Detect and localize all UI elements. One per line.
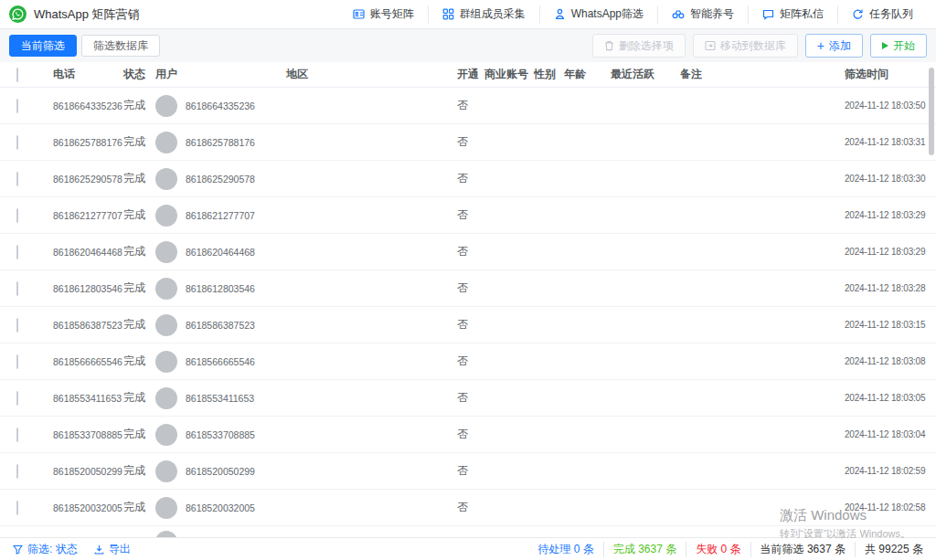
table-row[interactable]: 8618553411653 完成 8618553411653 否 2024-11… — [0, 380, 936, 417]
user-number: 8618533708885 — [186, 429, 255, 440]
stat-item: 待处理 0 条 — [528, 542, 602, 557]
smart-nurture-icon — [672, 8, 685, 20]
table-row[interactable]: 8618625788176 完成 8618625788176 否 2024-11… — [0, 124, 936, 161]
cell-user: 8618625788176 — [155, 132, 286, 153]
stat-unit: 条 — [912, 543, 923, 555]
row-checkbox[interactable] — [16, 354, 18, 369]
tab-filter-database[interactable]: 筛选数据库 — [81, 35, 160, 57]
avatar — [155, 132, 177, 153]
cell-opened: 否 — [457, 427, 484, 442]
table-row[interactable]: 8618621277707 完成 8618621277707 否 2024-11… — [0, 197, 936, 234]
scrollbar[interactable] — [929, 68, 934, 155]
select-all-checkbox[interactable] — [16, 68, 18, 82]
cell-opened: 否 — [457, 317, 484, 333]
move-to-database-button[interactable]: 移动到数据库 — [693, 34, 798, 58]
table-row[interactable]: 8618586387523 完成 8618586387523 否 2024-11… — [0, 307, 936, 343]
nav-smart-nurture[interactable]: 智能养号 — [657, 5, 748, 24]
row-checkbox[interactable] — [16, 172, 18, 186]
tab-current-filter[interactable]: 当前筛选 — [9, 35, 77, 57]
row-checkbox[interactable] — [16, 281, 18, 296]
stat-item: 共 99225 条 — [855, 542, 923, 557]
user-number: 8618621277707 — [186, 210, 255, 221]
stat-item: 失败 0 条 — [686, 542, 750, 557]
table-row[interactable]: 8618625290578 完成 8618625290578 否 2024-11… — [0, 161, 936, 197]
col-phone: 电话 — [53, 67, 123, 82]
account-matrix-icon — [353, 8, 365, 20]
nav-matrix-dm[interactable]: 矩阵私信 — [748, 5, 837, 24]
cell-opened: 否 — [457, 98, 484, 113]
table-row[interactable]: 8618533708885 完成 8618533708885 否 2024-11… — [0, 417, 936, 453]
cell-opened: 否 — [457, 171, 484, 186]
table-row[interactable]: 8618566665546 完成 8618566665546 否 2024-11… — [0, 343, 936, 380]
avatar — [155, 205, 177, 227]
table-row[interactable]: 8618620464468 完成 8618620464468 否 2024-11… — [0, 234, 936, 270]
stat-unit: 条 — [835, 543, 846, 555]
nav-whatsapp-filter[interactable]: WhatsApp筛选 — [539, 5, 657, 24]
start-button[interactable]: 开始 — [870, 34, 927, 58]
table-row[interactable]: 8618520050299 完成 8618520050299 否 2024-11… — [0, 453, 936, 490]
cell-filter-time: 2024-11-12 18:03:04 — [845, 429, 936, 439]
avatar — [155, 497, 177, 519]
row-checkbox[interactable] — [16, 99, 18, 113]
whatsapp-logo-icon — [9, 5, 27, 23]
cell-phone: 8618625788176 — [53, 137, 123, 148]
nav-group-collect[interactable]: 群组成员采集 — [428, 5, 539, 24]
footer-stats: 待处理 0 条 完成 3637 条 失败 0 条 当前筛选 3637 条 共 9… — [528, 542, 923, 557]
nav-task-queue[interactable]: 任务队列 — [837, 5, 927, 24]
nav-label: 账号矩阵 — [370, 6, 414, 22]
col-note: 备注 — [680, 67, 845, 82]
row-checkbox[interactable] — [16, 464, 18, 479]
user-number: 8618520032005 — [186, 502, 255, 513]
export-button[interactable]: 导出 — [94, 542, 131, 557]
filter-status-button[interactable]: 筛选: 状态 — [13, 542, 78, 557]
avatar — [155, 241, 177, 263]
row-checkbox[interactable] — [16, 501, 18, 515]
delete-selected-button[interactable]: 删除选择项 — [592, 34, 686, 58]
col-time: 筛选时间 — [845, 67, 936, 82]
add-label: 添加 — [829, 38, 851, 54]
row-checkbox[interactable] — [16, 428, 18, 442]
avatar — [155, 424, 177, 446]
cell-user: 8618625290578 — [155, 168, 286, 190]
delete-selected-label: 删除选择项 — [619, 38, 674, 54]
cell-user: 8618621277707 — [155, 205, 286, 227]
toolbar: 当前筛选 筛选数据库 删除选择项 移动到数据库 + 添加 开始 — [0, 29, 936, 62]
cell-filter-time: 2024-11-12 18:03:29 — [845, 210, 936, 220]
cell-status: 完成 — [123, 98, 155, 113]
row-checkbox[interactable] — [16, 245, 18, 259]
table-row[interactable]: 8618612803546 完成 8618612803546 否 2024-11… — [0, 270, 936, 307]
stat-label: 待处理 — [537, 543, 570, 555]
cell-opened: 否 — [457, 500, 484, 515]
cell-phone: 8618553411653 — [53, 393, 123, 404]
cell-status: 完成 — [123, 354, 155, 369]
table-header-row: 电话 状态 用户 地区 开通 商业账号 性别 年龄 最近活跃 备注 筛选时间 — [0, 62, 936, 88]
col-region: 地区 — [286, 67, 457, 82]
cell-status: 完成 — [123, 390, 155, 406]
cell-status: 完成 — [123, 134, 155, 150]
cell-user: 8618520032005 — [155, 497, 286, 519]
play-icon — [882, 42, 888, 49]
add-button[interactable]: + 添加 — [805, 34, 863, 58]
filter-status-label: 筛选: 状态 — [27, 542, 78, 557]
row-checkbox[interactable] — [16, 135, 18, 150]
user-number: 8618620464468 — [186, 247, 255, 258]
nav-account-matrix[interactable]: 账号矩阵 — [339, 5, 428, 24]
user-number: 8618625290578 — [186, 174, 255, 185]
avatar — [155, 387, 177, 409]
view-tabs: 当前筛选 筛选数据库 — [9, 35, 160, 57]
col-status: 状态 — [123, 67, 155, 82]
cell-phone: 8618533708885 — [53, 429, 123, 440]
stat-item: 当前筛选 3637 条 — [750, 542, 855, 557]
stat-unit: 条 — [730, 543, 741, 555]
row-checkbox[interactable] — [16, 391, 18, 406]
table-body: 8618664335236 完成 8618664335236 否 2024-11… — [0, 88, 936, 537]
cell-status: 完成 — [123, 500, 155, 515]
cell-phone: 8618612803546 — [53, 283, 123, 294]
export-label: 导出 — [109, 542, 131, 557]
cell-status: 完成 — [123, 207, 155, 223]
cell-opened: 否 — [457, 280, 484, 296]
table-row[interactable]: 8618664335236 完成 8618664335236 否 2024-11… — [0, 88, 936, 124]
row-checkbox[interactable] — [16, 318, 18, 333]
table-row[interactable]: 8618520032005 完成 8618520032005 否 2024-11… — [0, 490, 936, 526]
row-checkbox[interactable] — [16, 208, 18, 223]
